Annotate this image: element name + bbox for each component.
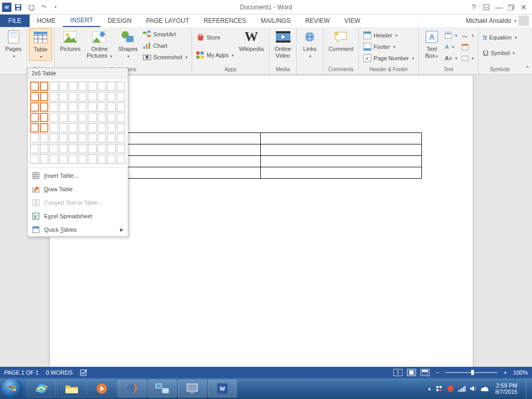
tray-onedrive-icon[interactable]	[481, 384, 489, 393]
grid-cell[interactable]	[30, 102, 39, 112]
grid-cell[interactable]	[88, 154, 97, 164]
zoom-out-button[interactable]: −	[434, 369, 441, 376]
grid-cell[interactable]	[49, 92, 58, 101]
taskbar-ie[interactable]	[27, 380, 56, 397]
grid-cell[interactable]	[107, 154, 116, 164]
grid-cell[interactable]	[117, 134, 126, 143]
grid-cell[interactable]	[30, 144, 39, 153]
taskbar-firefox[interactable]	[117, 380, 147, 397]
taskbar-explorer[interactable]	[57, 380, 86, 397]
smartart-button[interactable]: SmartArt	[143, 29, 188, 39]
grid-cell[interactable]	[30, 113, 39, 122]
tray-security-icon[interactable]	[446, 384, 455, 393]
word-count[interactable]: 0 WORDS	[46, 369, 72, 376]
tray-show-hidden[interactable]: ▲	[427, 386, 432, 391]
grid-cell[interactable]	[78, 154, 87, 164]
grid-cell[interactable]	[107, 123, 116, 132]
tray-volume-icon[interactable]	[469, 384, 477, 393]
screenshot-button[interactable]: Screenshot▾	[143, 52, 188, 62]
restore-button[interactable]	[506, 2, 516, 12]
chart-button[interactable]: Chart	[143, 41, 188, 51]
tab-design[interactable]: DESIGN	[100, 15, 139, 27]
grid-cell[interactable]	[69, 123, 77, 132]
comment-button[interactable]: Comment	[325, 28, 356, 54]
grid-cell[interactable]	[107, 113, 116, 122]
grid-cell[interactable]	[30, 123, 39, 132]
shapes-button[interactable]: Shapes▾	[115, 28, 141, 60]
dropcap-button[interactable]: A≡▾	[445, 53, 457, 63]
grid-cell[interactable]	[40, 134, 49, 143]
grid-cell[interactable]	[117, 123, 126, 132]
grid-cell[interactable]	[78, 102, 87, 112]
table-row[interactable]	[100, 133, 422, 144]
draw-table-item[interactable]: Draw Table	[28, 182, 128, 196]
tab-references[interactable]: REFERENCES	[196, 15, 254, 27]
grid-cell[interactable]	[117, 102, 126, 112]
symbol-button[interactable]: ΩSymbol ▾	[483, 48, 517, 58]
grid-cell[interactable]	[49, 102, 58, 112]
pictures-button[interactable]: Pictures	[57, 28, 84, 54]
grid-cell[interactable]	[107, 82, 116, 91]
grid-cell[interactable]	[40, 144, 49, 153]
grid-cell[interactable]	[117, 113, 126, 122]
grid-cell[interactable]	[59, 82, 68, 91]
grid-cell[interactable]	[98, 113, 107, 122]
tray-network-icon[interactable]	[458, 384, 466, 393]
grid-cell[interactable]	[78, 144, 87, 153]
zoom-in-button[interactable]: +	[501, 369, 509, 376]
tab-review[interactable]: REVIEW	[298, 15, 337, 27]
spellcheck-button[interactable]	[80, 369, 88, 376]
grid-cell[interactable]	[98, 144, 107, 153]
grid-cell[interactable]	[117, 92, 126, 101]
grid-cell[interactable]	[78, 92, 87, 101]
tab-mailings[interactable]: MAILINGS	[254, 15, 298, 27]
grid-cell[interactable]	[98, 134, 107, 143]
quick-tables-item[interactable]: Quick Tables ▶	[28, 223, 128, 236]
grid-cell[interactable]	[69, 92, 77, 101]
grid-cell[interactable]	[59, 144, 68, 153]
web-layout-button[interactable]	[420, 369, 430, 376]
grid-cell[interactable]	[49, 123, 58, 132]
textbox-button[interactable]: A TextBox▾	[421, 28, 443, 60]
footer-button[interactable]: Footer▾	[363, 42, 414, 52]
table-row[interactable]	[100, 156, 422, 167]
print-layout-button[interactable]	[407, 369, 416, 376]
table-row[interactable]	[100, 167, 422, 179]
grid-cell[interactable]	[78, 134, 87, 143]
pagenumber-button[interactable]: #Page Number▾	[363, 53, 414, 63]
tray-flag-icon[interactable]	[435, 384, 443, 393]
grid-cell[interactable]	[40, 123, 49, 132]
online-pictures-button[interactable]: OnlinePictures ▾	[84, 28, 115, 60]
grid-cell[interactable]	[88, 134, 97, 143]
store-button[interactable]: Store	[196, 32, 234, 43]
grid-cell[interactable]	[107, 144, 116, 153]
object-button[interactable]: ▾	[461, 53, 474, 63]
taskbar-app2[interactable]	[178, 380, 207, 397]
excel-spreadsheet-item[interactable]: X Excel Spreadsheet	[28, 209, 128, 223]
header-button[interactable]: Header▾	[363, 30, 414, 41]
grid-cell[interactable]	[69, 144, 77, 153]
zoom-slider[interactable]	[445, 372, 497, 373]
collapse-ribbon-button[interactable]: ⌃	[525, 65, 530, 72]
tab-pagelayout[interactable]: PAGE LAYOUT	[139, 15, 196, 27]
start-button[interactable]	[2, 378, 23, 399]
insert-table-item[interactable]: Insert Table...	[28, 169, 128, 182]
wikipedia-button[interactable]: W Wikipedia	[236, 28, 267, 54]
grid-cell[interactable]	[78, 113, 87, 122]
links-button[interactable]: Links▾	[299, 28, 321, 60]
grid-cell[interactable]	[30, 82, 39, 91]
wordart-button[interactable]: A▾	[445, 42, 457, 52]
grid-cell[interactable]	[69, 134, 77, 143]
table-size-grid[interactable]	[28, 79, 128, 166]
grid-cell[interactable]	[88, 92, 97, 101]
grid-cell[interactable]	[98, 102, 107, 112]
grid-cell[interactable]	[49, 154, 58, 164]
ribbon-display-button[interactable]	[481, 2, 491, 12]
grid-cell[interactable]	[69, 113, 77, 122]
myapps-button[interactable]: My Apps ▾	[196, 50, 234, 60]
show-desktop-button[interactable]	[526, 378, 530, 399]
table-button[interactable]: Table▾	[29, 28, 52, 61]
grid-cell[interactable]	[40, 113, 49, 122]
taskbar-clock[interactable]: 2:59 PM 8/7/2015	[492, 382, 521, 395]
grid-cell[interactable]	[59, 102, 68, 112]
